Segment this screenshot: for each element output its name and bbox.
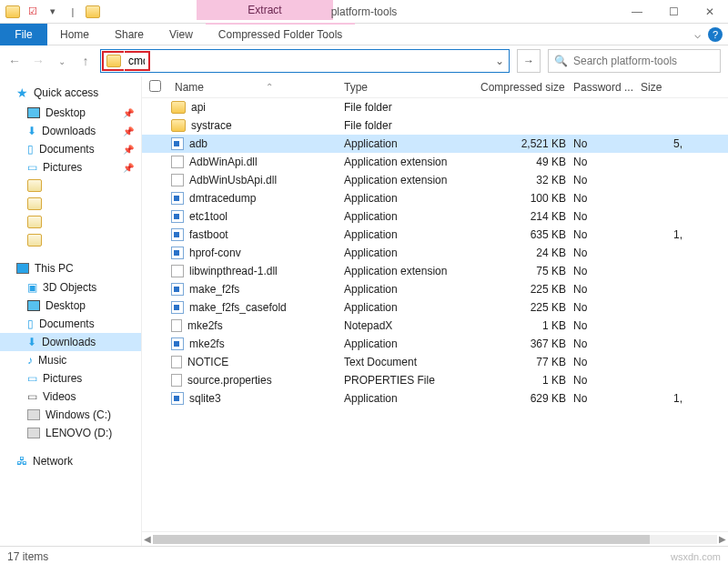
folder-icon xyxy=(171,101,186,114)
nav-item-downloads[interactable]: ⬇Downloads📌 xyxy=(0,122,141,140)
file-row[interactable]: etc1toolApplication214 KBNo xyxy=(142,207,728,226)
file-row[interactable]: make_f2fs_casefoldApplication225 KBNo xyxy=(142,298,728,317)
column-name-label: Name xyxy=(175,81,204,94)
help-icon[interactable]: ? xyxy=(708,27,723,42)
content-pane: Name⌃ Type Compressed size Password ... … xyxy=(142,76,728,546)
quick-access-header[interactable]: ★ Quick access xyxy=(0,82,141,104)
file-type: Application xyxy=(344,301,480,314)
file-row[interactable]: sqlite3Application629 KBNo1, xyxy=(142,389,728,408)
file-password: No xyxy=(573,392,641,405)
nav-item-desktop[interactable]: Desktop xyxy=(0,297,141,315)
contextual-tab-header: Extract xyxy=(197,0,333,20)
file-row[interactable]: make_f2fsApplication225 KBNo xyxy=(142,280,728,298)
file-compressed-size: 75 KB xyxy=(480,265,573,277)
collapse-ribbon-icon[interactable]: ⌵ xyxy=(694,28,701,41)
file-row[interactable]: mke2fsNotepadX1 KBNo xyxy=(142,317,728,335)
up-button[interactable]: ↑ xyxy=(78,54,93,68)
column-name[interactable]: Name⌃ xyxy=(171,81,344,94)
maximize-button[interactable]: ☐ xyxy=(655,0,692,24)
nav-item-folder[interactable] xyxy=(0,176,141,195)
network-header[interactable]: 🖧Network xyxy=(0,451,141,471)
file-row[interactable]: fastbootApplication635 KBNo1, xyxy=(142,226,728,244)
search-box[interactable]: 🔍 xyxy=(548,49,721,73)
minimize-button[interactable]: — xyxy=(619,0,655,24)
address-input[interactable] xyxy=(125,51,150,71)
nav-label: Desktop xyxy=(46,106,86,119)
file-row[interactable]: AdbWinApi.dllApplication extension49 KBN… xyxy=(142,153,728,171)
file-row[interactable]: NOTICEText Document77 KBNo xyxy=(142,353,728,371)
dropdown-icon[interactable]: ▾ xyxy=(46,5,60,19)
file-row[interactable]: apiFile folder xyxy=(142,98,728,116)
tab-compressed-tools[interactable]: Compressed Folder Tools xyxy=(206,23,356,45)
search-icon: 🔍 xyxy=(554,55,568,67)
pictures-icon: ▭ xyxy=(27,161,37,174)
nav-item-documents[interactable]: ▯Documents📌 xyxy=(0,140,141,158)
go-button[interactable]: → xyxy=(517,49,541,73)
column-type[interactable]: Type xyxy=(344,81,480,94)
save-icon[interactable]: ☑ xyxy=(25,5,40,19)
nav-item-folder[interactable] xyxy=(0,195,141,213)
file-row[interactable]: systraceFile folder xyxy=(142,116,728,135)
desktop-icon xyxy=(27,107,40,118)
file-row[interactable]: AdbWinUsbApi.dllApplication extension32 … xyxy=(142,171,728,189)
nav-item-drive-d[interactable]: LENOVO (D:) xyxy=(0,424,141,442)
file-row[interactable]: libwinpthread-1.dllApplication extension… xyxy=(142,262,728,280)
file-tab[interactable]: File xyxy=(0,24,47,45)
file-row[interactable]: adbApplication2,521 KBNo5, xyxy=(142,135,728,153)
star-icon: ★ xyxy=(16,86,28,100)
file-type: PROPERTIES File xyxy=(344,374,480,387)
nav-item-folder[interactable] xyxy=(0,231,141,249)
nav-item-pictures[interactable]: ▭Pictures📌 xyxy=(0,158,141,176)
back-button[interactable]: ← xyxy=(7,54,22,68)
file-type: Application xyxy=(344,192,480,205)
nav-item-folder[interactable] xyxy=(0,213,141,231)
file-type: Application xyxy=(344,137,480,150)
file-type: Application xyxy=(344,247,480,259)
column-password[interactable]: Password ... xyxy=(573,81,641,94)
column-compressed-size[interactable]: Compressed size xyxy=(480,81,573,94)
file-row[interactable]: source.propertiesPROPERTIES File1 KBNo xyxy=(142,371,728,389)
file-type: Application xyxy=(344,210,480,223)
file-compressed-size: 24 KB xyxy=(480,247,573,259)
file-row[interactable]: hprof-convApplication24 KBNo xyxy=(142,244,728,262)
pin-icon: 📌 xyxy=(123,108,134,118)
scroll-left-icon[interactable]: ◀ xyxy=(144,534,151,544)
column-size[interactable]: Size xyxy=(641,81,686,94)
nav-item-drive-c[interactable]: Windows (C:) xyxy=(0,406,141,424)
file-row[interactable]: mke2fsApplication367 KBNo xyxy=(142,335,728,353)
this-pc-header[interactable]: This PC xyxy=(0,258,141,278)
search-input[interactable] xyxy=(573,55,714,67)
nav-item-music[interactable]: ♪Music xyxy=(0,351,141,369)
nav-item-videos[interactable]: ▭Videos xyxy=(0,388,141,406)
nav-item-downloads[interactable]: ⬇Downloads xyxy=(0,333,141,351)
nav-item-3d-objects[interactable]: ▣3D Objects xyxy=(0,278,141,297)
status-bar: 17 items wsxdn.com xyxy=(0,546,728,564)
tab-home[interactable]: Home xyxy=(47,24,102,45)
nav-label: Pictures xyxy=(43,372,82,385)
pin-icon: 📌 xyxy=(123,126,134,136)
scrollbar-thumb[interactable] xyxy=(153,535,650,544)
file-compressed-size: 2,521 KB xyxy=(480,137,573,150)
nav-item-pictures[interactable]: ▭Pictures xyxy=(0,369,141,388)
file-compressed-size: 100 KB xyxy=(480,192,573,205)
file-row[interactable]: dmtracedumpApplication100 KBNo xyxy=(142,189,728,207)
recent-dropdown-icon[interactable]: ⌄ xyxy=(55,56,69,66)
watermark: wsxdn.com xyxy=(671,551,721,562)
nav-item-documents[interactable]: ▯Documents xyxy=(0,315,141,333)
file-name: systrace xyxy=(171,119,344,132)
tab-view[interactable]: View xyxy=(157,24,206,45)
nav-item-desktop[interactable]: Desktop📌 xyxy=(0,104,141,122)
tab-share[interactable]: Share xyxy=(102,24,157,45)
file-list[interactable]: apiFile foldersystraceFile folderadbAppl… xyxy=(142,98,728,531)
address-dropdown-icon[interactable]: ⌄ xyxy=(490,55,509,67)
close-button[interactable]: ✕ xyxy=(692,0,728,24)
file-name: adb xyxy=(171,137,344,150)
file-type: File folder xyxy=(344,101,480,114)
select-all-checkbox[interactable] xyxy=(149,80,171,95)
scroll-right-icon[interactable]: ▶ xyxy=(719,534,726,544)
application-icon xyxy=(171,192,184,205)
address-bar[interactable]: ⌄ xyxy=(100,49,510,73)
scrollbar-track[interactable] xyxy=(153,535,717,544)
forward-button[interactable]: → xyxy=(31,54,46,68)
horizontal-scrollbar[interactable]: ◀ ▶ xyxy=(142,531,728,546)
